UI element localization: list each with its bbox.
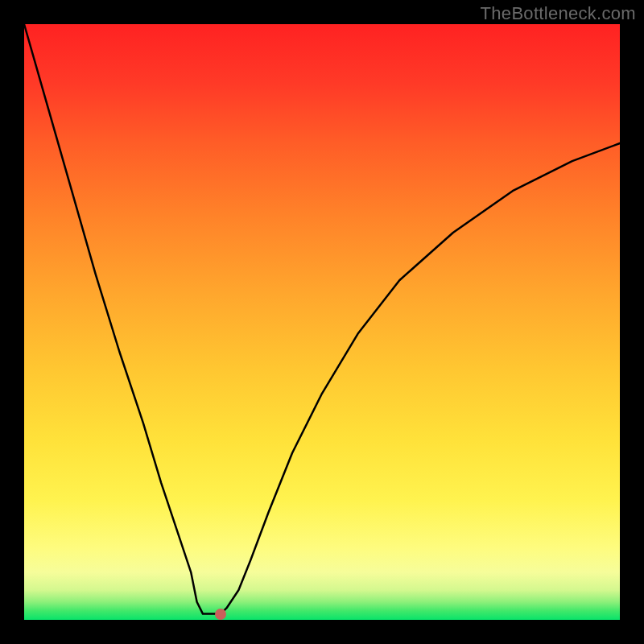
optimum-marker <box>215 609 226 620</box>
chart-frame: TheBottleneck.com <box>0 0 644 644</box>
watermark-text: TheBottleneck.com <box>481 3 636 24</box>
bottleneck-curve <box>24 24 620 620</box>
plot-area <box>24 24 620 620</box>
